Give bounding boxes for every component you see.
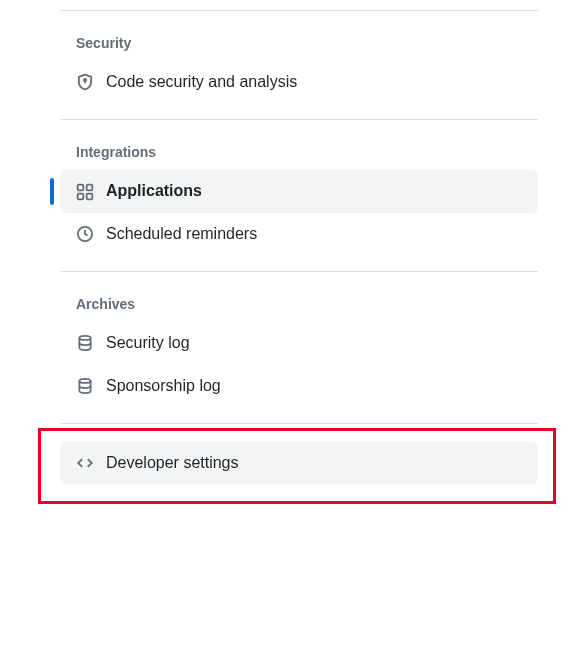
nav-item-code-security[interactable]: Code security and analysis: [60, 61, 538, 103]
section-heading-security: Security: [60, 35, 538, 51]
standalone-group: Developer settings: [60, 424, 538, 506]
log-icon: [76, 334, 94, 352]
nav-item-label: Developer settings: [106, 452, 239, 474]
section-heading-archives: Archives: [60, 296, 538, 312]
section-archives: Archives Security log Sponsorship log: [60, 272, 538, 423]
svg-rect-4: [87, 193, 93, 199]
section-integrations: Integrations Applications Scheduled remi…: [60, 120, 538, 271]
svg-rect-1: [78, 184, 84, 190]
svg-point-0: [84, 79, 86, 81]
nav-item-scheduled-reminders[interactable]: Scheduled reminders: [60, 213, 538, 255]
clock-icon: [76, 225, 94, 243]
section-security: Security Code security and analysis: [60, 11, 538, 119]
nav-item-label: Applications: [106, 180, 202, 202]
nav-item-label: Sponsorship log: [106, 375, 221, 397]
nav-item-applications[interactable]: Applications: [60, 170, 538, 212]
svg-rect-3: [78, 193, 84, 199]
code-icon: [76, 454, 94, 472]
nav-item-label: Scheduled reminders: [106, 223, 257, 245]
log-icon: [76, 377, 94, 395]
svg-rect-2: [87, 184, 93, 190]
nav-item-label: Code security and analysis: [106, 71, 297, 93]
nav-item-developer-settings[interactable]: Developer settings: [60, 442, 538, 484]
nav-item-sponsorship-log[interactable]: Sponsorship log: [60, 365, 538, 407]
nav-item-security-log[interactable]: Security log: [60, 322, 538, 364]
shield-icon: [76, 73, 94, 91]
nav-item-label: Security log: [106, 332, 190, 354]
apps-grid-icon: [76, 183, 94, 201]
section-heading-integrations: Integrations: [60, 144, 538, 160]
